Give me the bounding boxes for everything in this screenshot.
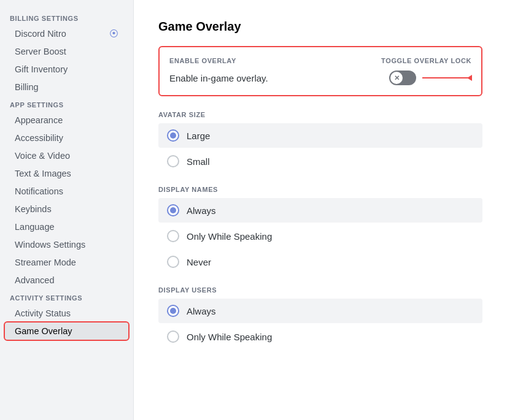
sidebar-item-label: Voice & Video bbox=[15, 151, 70, 161]
enable-overlay-box: ENABLE OVERLAY TOGGLE OVERLAY LOCK Enabl… bbox=[158, 46, 482, 96]
display-names-never[interactable]: Never bbox=[158, 250, 482, 274]
avatar-small-label: Small bbox=[187, 156, 210, 167]
radio-large-inner bbox=[170, 132, 176, 139]
sidebar-item-advanced[interactable]: Advanced bbox=[5, 272, 128, 289]
sidebar-item-windows-settings[interactable]: Windows Settings bbox=[5, 236, 128, 253]
activity-section-label: ACTIVITY SETTINGS bbox=[0, 289, 133, 304]
display-names-always[interactable]: Always bbox=[158, 198, 482, 223]
radio-names-speaking-outer bbox=[167, 230, 179, 242]
sidebar-item-label: Language bbox=[15, 222, 55, 232]
sidebar-item-label: Gift Inventory bbox=[15, 64, 68, 74]
avatar-large-label: Large bbox=[187, 131, 210, 141]
toggle-knob: ✕ bbox=[390, 72, 403, 84]
arrow-annotation bbox=[422, 77, 471, 78]
display-users-label: DISPLAY USERS bbox=[158, 286, 482, 294]
names-never-label: Never bbox=[187, 257, 211, 267]
sidebar-item-appearance[interactable]: Appearance bbox=[5, 112, 128, 129]
enable-overlay-label: ENABLE OVERLAY bbox=[169, 57, 236, 64]
main-content: Game Overlay ENABLE OVERLAY TOGGLE OVERL… bbox=[134, 0, 507, 420]
sidebar-item-voice-video[interactable]: Voice & Video bbox=[5, 147, 128, 164]
radio-users-speaking-outer bbox=[167, 330, 179, 343]
sidebar-item-streamer-mode[interactable]: Streamer Mode bbox=[5, 254, 128, 271]
sidebar-item-label: Game Overlay bbox=[15, 326, 72, 336]
names-speaking-label: Only While Speaking bbox=[187, 231, 272, 242]
radio-large-outer bbox=[167, 129, 179, 142]
overlay-box-header: ENABLE OVERLAY TOGGLE OVERLAY LOCK bbox=[169, 57, 471, 64]
sidebar-item-label: Accessibility bbox=[15, 133, 63, 143]
display-users-while-speaking[interactable]: Only While Speaking bbox=[158, 324, 482, 349]
sidebar: BILLING SETTINGS Discord Nitro ⦿ Server … bbox=[0, 0, 134, 420]
sidebar-item-label: Notifications bbox=[15, 186, 63, 196]
overlay-description: Enable in-game overlay. bbox=[169, 73, 268, 83]
radio-names-always-inner bbox=[170, 207, 176, 213]
sidebar-item-server-boost[interactable]: Server Boost bbox=[5, 43, 128, 60]
overlay-box-body: Enable in-game overlay. ✕ bbox=[169, 71, 471, 85]
users-speaking-label: Only While Speaking bbox=[187, 332, 272, 342]
enable-overlay-toggle[interactable]: ✕ bbox=[389, 71, 416, 85]
display-names-while-speaking[interactable]: Only While Speaking bbox=[158, 224, 482, 248]
display-users-always[interactable]: Always bbox=[158, 299, 482, 323]
sidebar-item-billing[interactable]: Billing bbox=[5, 78, 128, 96]
sidebar-item-label: Keybinds bbox=[15, 204, 52, 214]
sidebar-item-gift-inventory[interactable]: Gift Inventory bbox=[5, 61, 128, 78]
sidebar-item-label: Appearance bbox=[15, 115, 63, 125]
display-users-group: DISPLAY USERS Always Only While Speaking bbox=[158, 286, 482, 349]
display-names-label: DISPLAY NAMES bbox=[158, 186, 482, 193]
sidebar-item-text-images[interactable]: Text & Images bbox=[5, 165, 128, 182]
app-section-label: APP SETTINGS bbox=[0, 96, 133, 111]
sidebar-item-label: Windows Settings bbox=[15, 240, 85, 250]
sidebar-item-keybinds[interactable]: Keybinds bbox=[5, 200, 128, 218]
sidebar-item-label: Advanced bbox=[15, 275, 55, 285]
sidebar-item-activity-status[interactable]: Activity Status bbox=[5, 305, 128, 322]
page-title: Game Overlay bbox=[158, 20, 482, 34]
sidebar-item-language[interactable]: Language bbox=[5, 218, 128, 235]
radio-names-always-outer bbox=[167, 204, 179, 216]
names-always-label: Always bbox=[187, 205, 216, 216]
sidebar-item-game-overlay[interactable]: Game Overlay bbox=[5, 323, 128, 340]
sidebar-item-label: Server Boost bbox=[15, 47, 66, 56]
sidebar-item-label: Billing bbox=[15, 82, 39, 92]
sidebar-item-label: Text & Images bbox=[15, 169, 71, 178]
sidebar-item-accessibility[interactable]: Accessibility bbox=[5, 129, 128, 147]
sidebar-item-discord-nitro[interactable]: Discord Nitro ⦿ bbox=[5, 25, 128, 42]
toggle-overlay-lock-label: TOGGLE OVERLAY LOCK bbox=[381, 57, 471, 64]
radio-names-never-outer bbox=[167, 256, 179, 268]
x-icon: ✕ bbox=[394, 74, 400, 82]
arrow-line bbox=[422, 77, 471, 78]
radio-users-always-inner bbox=[170, 308, 176, 314]
sidebar-item-label: Streamer Mode bbox=[15, 258, 76, 267]
billing-section-label: BILLING SETTINGS bbox=[0, 10, 133, 25]
overlay-toggle-row: ✕ bbox=[389, 71, 471, 85]
radio-small-outer bbox=[167, 155, 179, 167]
users-always-label: Always bbox=[187, 306, 216, 316]
sidebar-item-label: Discord Nitro bbox=[15, 29, 66, 39]
avatar-size-small[interactable]: Small bbox=[158, 149, 482, 174]
avatar-size-label: AVATAR SIZE bbox=[158, 111, 482, 118]
avatar-size-group: AVATAR SIZE Large Small bbox=[158, 111, 482, 174]
nitro-icon: ⦿ bbox=[109, 29, 118, 39]
display-names-group: DISPLAY NAMES Always Only While Speaking… bbox=[158, 186, 482, 274]
sidebar-item-label: Activity Status bbox=[15, 308, 71, 318]
radio-users-always-outer bbox=[167, 305, 179, 317]
sidebar-item-notifications[interactable]: Notifications bbox=[5, 183, 128, 200]
avatar-size-large[interactable]: Large bbox=[158, 123, 482, 148]
